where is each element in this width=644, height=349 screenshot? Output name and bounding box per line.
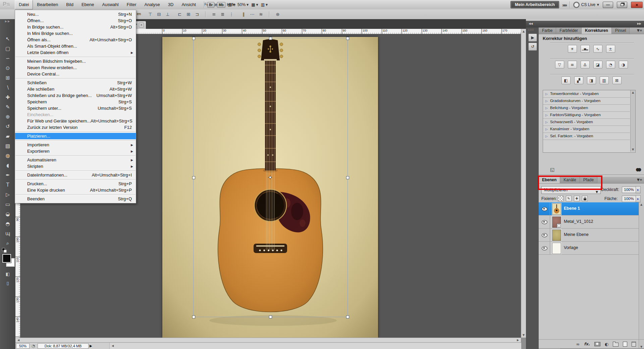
distribute-right-edges-icon[interactable]: ≋ (257, 11, 265, 18)
visibility-cell[interactable] (539, 229, 550, 241)
eye-icon[interactable] (542, 220, 547, 224)
expand-triangle-icon[interactable]: ▷ (545, 91, 548, 98)
vertical-scrollbar[interactable]: ▲ ▼ (521, 29, 526, 338)
dodge-tool[interactable]: ◖ (3, 161, 12, 170)
file-menu-item-automatisieren[interactable]: Automatisieren▶ (15, 157, 136, 163)
expand-triangle-icon[interactable]: ▷ (545, 112, 548, 119)
auto-align-layers-icon[interactable]: ⊛ (274, 11, 282, 18)
3d-rotate-tool[interactable]: ◒ (3, 210, 12, 218)
arrange-documents-dropdown[interactable]: ▦▼ (251, 2, 258, 7)
file-menu-item-alssmartobjektöffnen[interactable]: Als Smart-Objekt öffnen... (15, 43, 136, 49)
quick-selection-tool[interactable]: ⊙ (3, 64, 12, 72)
distribute-left-edges-icon[interactable]: ∥ (239, 11, 248, 18)
preset-list-item[interactable]: ▷Farbton/Sättigung - Vorgaben (543, 111, 630, 119)
layer-mask-icon[interactable] (594, 342, 600, 346)
menubar-item-bild[interactable]: Bild (62, 0, 77, 9)
file-menu-item-inbridgesuchen[interactable]: In Bridge suchen...Alt+Strg+O (15, 24, 136, 30)
levels-icon[interactable]: ▁▅▂ (581, 45, 590, 53)
brush-tool[interactable]: ✎ (3, 103, 12, 111)
file-menu-item-devicecentral[interactable]: Device Central... (15, 71, 136, 77)
menubar-item-ansicht[interactable]: Ansicht (177, 0, 200, 9)
tab-ebenen[interactable]: Ebenen (539, 177, 560, 183)
eye-icon[interactable] (542, 233, 547, 237)
layers-scrollbar[interactable]: ▲ ▼ (639, 202, 644, 349)
distribute-vertical-centers-icon[interactable]: ≣ (219, 11, 227, 18)
exposure-icon[interactable]: ± (606, 45, 615, 53)
eye-icon[interactable] (542, 246, 547, 250)
return-to-adjustment-list-icon[interactable]: ◱ (550, 167, 554, 172)
menubar-item-datei[interactable]: Datei (15, 0, 33, 9)
clip-to-layer-icon[interactable]: ●● (636, 167, 639, 172)
tools-panel-grip[interactable]: ▶▶ (0, 20, 15, 24)
tab-pfade[interactable]: Pfade (580, 177, 597, 183)
file-menu-item-neuenreviewerstellen[interactable]: Neuen Review erstellen... (15, 64, 136, 71)
opacity-slider-icon[interactable]: ▶ (636, 186, 641, 193)
window-close-button[interactable]: × (631, 2, 643, 8)
file-menu-item-beenden[interactable]: BeendenStrg+Q (15, 196, 136, 202)
selective-color-icon[interactable]: ⊠ (612, 77, 622, 84)
bridge-button[interactable]: Br (207, 2, 214, 8)
eraser-tool[interactable]: ▰ (3, 132, 12, 141)
file-menu-item-einekopiedrucken[interactable]: Eine Kopie druckenAlt+Umschalt+Strg+P (15, 187, 136, 193)
foreground-color-swatch[interactable] (2, 254, 11, 263)
file-menu-item-platzieren[interactable]: Platzieren... (15, 133, 136, 139)
align-bottom-edges-icon[interactable]: ⊥ (164, 11, 172, 18)
history-panel-icon[interactable]: ↺ (528, 43, 537, 51)
align-right-edges-icon[interactable]: ⊐ (193, 11, 201, 18)
lock-pixels-icon[interactable]: ✎ (566, 196, 572, 201)
menubar-item-ebene[interactable]: Ebene (77, 0, 98, 9)
document-size-field[interactable]: Dok: 8,87 MB/32,4 MB (38, 343, 89, 349)
scroll-right-icon[interactable]: ▶ (516, 338, 520, 342)
preset-list-item[interactable]: ▷Sel. Farbkorr. - Vorgaben (543, 133, 630, 140)
file-menu-item-drucken[interactable]: Drucken...Strg+P (15, 181, 136, 187)
menubar-item-3d[interactable]: 3D (164, 0, 178, 9)
lock-transparency-icon[interactable] (558, 196, 564, 201)
horizontal-scrollbar[interactable]: ◀ ▶ (15, 338, 521, 343)
crop-tool[interactable]: ⊞ (3, 73, 12, 82)
align-top-edges-icon[interactable]: ⊤ (146, 11, 154, 18)
transform-handle[interactable] (269, 315, 272, 318)
transform-center-marker[interactable] (268, 175, 272, 180)
expand-triangle-icon[interactable]: ▷ (545, 105, 548, 112)
expand-triangle-icon[interactable]: ▷ (545, 126, 548, 133)
default-colors-icon[interactable] (2, 248, 7, 253)
history-brush-tool[interactable]: ↺ (3, 122, 12, 131)
shape-tool[interactable]: ▭ (3, 200, 12, 209)
transform-handle[interactable] (192, 37, 195, 40)
status-scroll-track[interactable]: ◀ (109, 343, 521, 349)
distribute-bottom-edges-icon[interactable]: ⋮ (227, 11, 235, 18)
eyedropper-tool[interactable]: ∖ (3, 83, 12, 92)
menubar-item-bearbeiten[interactable]: Bearbeiten (33, 0, 62, 9)
path-selection-tool[interactable]: ▷ (3, 190, 12, 199)
file-menu-item-importieren[interactable]: Importieren▶ (15, 142, 136, 148)
visibility-cell[interactable] (539, 202, 550, 215)
link-layers-icon[interactable]: ∞ (576, 342, 580, 347)
distribute-top-edges-icon[interactable]: ≡ (210, 11, 218, 18)
expand-triangle-icon[interactable]: ▷ (545, 119, 548, 126)
align-horizontal-centers-icon[interactable]: ⊞ (184, 11, 193, 18)
type-tool[interactable]: T (3, 181, 12, 189)
clone-stamp-tool[interactable]: ⊕ (3, 112, 12, 121)
file-menu-item-schließen[interactable]: SchließenStrg+W (15, 80, 136, 86)
channel-mixer-icon[interactable]: ◑ (619, 61, 628, 68)
layer-thumbnail[interactable] (552, 230, 561, 241)
blend-mode-dropdown[interactable]: Multiplizieren ▼ (541, 186, 601, 194)
layer-group-icon[interactable] (613, 343, 619, 347)
presets-scrollbar[interactable]: ▲ ▼ (630, 90, 635, 152)
hand-tool[interactable]: ɰ (3, 229, 12, 238)
preset-list-item[interactable]: ▷Tonwertkorrektur - Vorgaben (543, 90, 630, 98)
strip-grip[interactable]: ⠿⠿⠿ (528, 29, 537, 32)
preset-list-item[interactable]: ▷Belichtung - Vorgaben (543, 104, 630, 112)
tab-korrekturen[interactable]: Korrekturen (582, 28, 612, 34)
zoom-tool[interactable]: ⌕ (3, 239, 12, 248)
panel-menu-icon[interactable]: ▼≡ (637, 29, 642, 32)
transform-handle[interactable] (192, 315, 195, 318)
quick-mask-button[interactable]: ◧ (3, 270, 12, 278)
curves-icon[interactable]: ∿ (593, 45, 602, 53)
invert-icon[interactable]: ◧ (561, 77, 571, 84)
menubar-item-auswahl[interactable]: Auswahl (98, 0, 123, 9)
blur-tool[interactable]: ◍ (3, 151, 12, 160)
scroll-left-icon[interactable]: ◀ (110, 344, 115, 348)
threshold-icon[interactable]: ◨ (587, 77, 596, 84)
file-menu-item-schließenundzubridgegehen[interactable]: Schließen und zu Bridge gehen...Umschalt… (15, 92, 136, 99)
